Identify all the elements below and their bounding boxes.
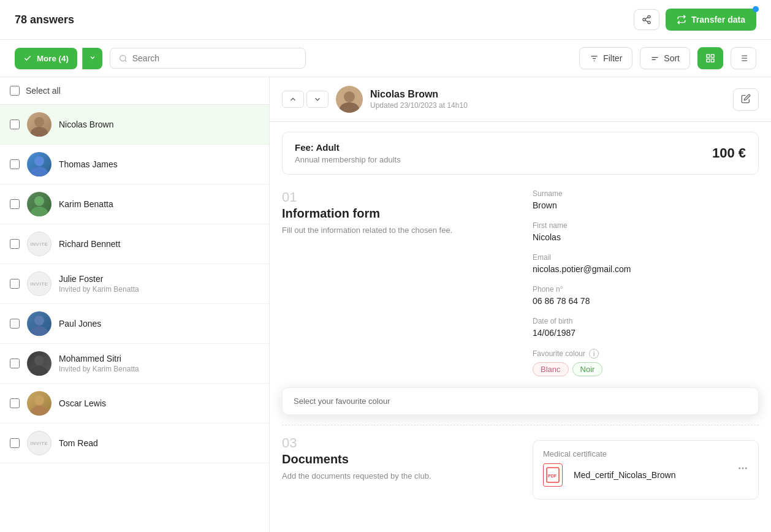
fee-info: Fee: Adult Annual membership for adults <box>295 142 401 164</box>
list-item[interactable]: INVITE Tom Read <box>0 424 269 463</box>
section-title: Information form <box>282 207 508 221</box>
transfer-icon <box>677 15 686 25</box>
svg-point-36 <box>340 102 359 113</box>
fee-card: Fee: Adult Annual membership for adults … <box>282 132 759 175</box>
select-all-row: Select all <box>0 77 269 105</box>
doc-label: Medical certificate PDF Med_certif_Nicol… <box>543 449 676 487</box>
filter-label: Filter <box>603 53 622 63</box>
avatar <box>27 112 51 137</box>
svg-point-39 <box>739 468 740 469</box>
svg-point-24 <box>31 127 48 137</box>
pdf-icon: PDF <box>543 463 563 487</box>
more-dropdown-button[interactable] <box>82 48 102 69</box>
item-name: Oscar Lewis <box>59 398 259 408</box>
item-info: Oscar Lewis <box>59 398 259 408</box>
svg-line-6 <box>124 60 126 62</box>
doc-info: PDF Med_certif_Nicolas_Brown <box>543 463 676 487</box>
list-item[interactable]: Mohammed Sitri Invited by Karim Benatta <box>0 344 269 384</box>
phone-label: Phone n° <box>533 285 759 294</box>
field-surname: Surname Brown <box>533 189 759 210</box>
avatar: INVITE <box>27 232 51 256</box>
respondent-list: Select all Nicolas Brown <box>0 77 270 532</box>
item-checkbox[interactable] <box>10 359 20 368</box>
list-item[interactable]: Nicolas Brown <box>0 105 269 145</box>
section-03-description: Add the documents requested by the club. <box>282 470 508 482</box>
avatar-image <box>27 391 51 416</box>
svg-point-32 <box>31 366 48 376</box>
search-input[interactable] <box>132 53 297 63</box>
colour-tags: Blanc Noir <box>533 362 759 376</box>
list-item[interactable]: Thomas James <box>0 145 269 184</box>
info-icon[interactable]: i <box>589 349 599 359</box>
notification-dot <box>753 6 759 12</box>
avatar: INVITE <box>27 272 51 296</box>
sort-label: Sort <box>664 53 680 63</box>
svg-point-23 <box>34 117 44 127</box>
item-subtitle: Invited by Karim Benatta <box>59 365 259 373</box>
avatar-image <box>27 351 51 376</box>
list-item[interactable]: Oscar Lewis <box>0 384 269 424</box>
email-value: nicolas.potier@gmail.com <box>533 264 759 274</box>
svg-point-33 <box>34 395 44 405</box>
pdf-file-icon: PDF <box>546 467 560 483</box>
item-name: Thomas James <box>59 159 259 169</box>
svg-point-5 <box>120 55 126 61</box>
item-info: Richard Bennett <box>59 239 259 249</box>
list-item[interactable]: Karim Benatta <box>0 184 269 224</box>
detail-name: Nicolas Brown <box>370 89 726 100</box>
list-view-button[interactable] <box>731 47 756 69</box>
nav-up-button[interactable] <box>282 91 304 108</box>
grid-view-button[interactable] <box>697 47 723 69</box>
check-icon <box>23 54 32 63</box>
item-info: Thomas James <box>59 159 259 169</box>
filter-button[interactable]: Filter <box>579 47 632 69</box>
svg-point-1 <box>643 18 645 21</box>
chevron-down-icon <box>89 54 96 61</box>
document-menu-button[interactable] <box>737 463 748 477</box>
item-info: Nicolas Brown <box>59 120 259 129</box>
doc-filename: Med_certif_Nicolas_Brown <box>574 470 676 480</box>
list-item[interactable]: Paul Jones <box>0 304 269 344</box>
avatar-portrait <box>336 86 363 113</box>
search-icon <box>119 54 127 63</box>
select-all-checkbox[interactable] <box>10 86 20 96</box>
nav-down-button[interactable] <box>306 91 329 108</box>
avatar-image <box>27 152 51 177</box>
section-03-row: 03 Documents Add the documents requested… <box>270 430 771 500</box>
svg-point-40 <box>742 468 744 469</box>
item-name: Nicolas Brown <box>59 120 259 129</box>
item-checkbox[interactable] <box>10 159 20 169</box>
share-button[interactable] <box>634 9 659 30</box>
item-checkbox[interactable] <box>10 199 20 209</box>
item-checkbox[interactable] <box>10 398 20 408</box>
list-item[interactable]: INVITE Richard Bennett <box>0 224 269 264</box>
section-divider <box>282 425 759 425</box>
item-checkbox[interactable] <box>10 319 20 329</box>
section-01-fields: Surname Brown First name Nicolas Email n… <box>533 184 759 387</box>
search-box <box>110 48 306 69</box>
item-checkbox[interactable] <box>10 120 20 129</box>
item-name: Karim Benatta <box>59 199 259 209</box>
edit-button[interactable] <box>733 88 759 111</box>
transfer-data-button[interactable]: Transfer data <box>666 9 756 31</box>
svg-point-30 <box>31 326 48 336</box>
detail-updated: Updated 23/10/2023 at 14h10 <box>370 101 726 110</box>
list-item[interactable]: INVITE Julie Foster Invited by Karim Ben… <box>0 264 269 304</box>
sort-button[interactable]: Sort <box>640 47 690 69</box>
item-checkbox[interactable] <box>10 438 20 448</box>
more-button[interactable]: More (4) <box>15 48 77 69</box>
item-checkbox[interactable] <box>10 279 20 289</box>
doc-label-text: Medical certificate <box>543 449 676 458</box>
item-name: Mohammed Sitri <box>59 354 259 363</box>
svg-text:PDF: PDF <box>548 474 557 478</box>
header: 78 answers Transfer data <box>0 0 771 40</box>
email-label: Email <box>533 253 759 262</box>
avatar-image <box>336 86 363 113</box>
field-dob: Date of birth 14/06/1987 <box>533 317 759 338</box>
dob-value: 14/06/1987 <box>533 328 759 338</box>
field-fav-colour: Favourite colour i Blanc Noir <box>533 349 759 376</box>
item-checkbox[interactable] <box>10 239 20 249</box>
svg-point-34 <box>31 406 48 416</box>
sort-icon <box>650 54 659 63</box>
tooltip-text: Select your favourite colour <box>294 397 390 406</box>
